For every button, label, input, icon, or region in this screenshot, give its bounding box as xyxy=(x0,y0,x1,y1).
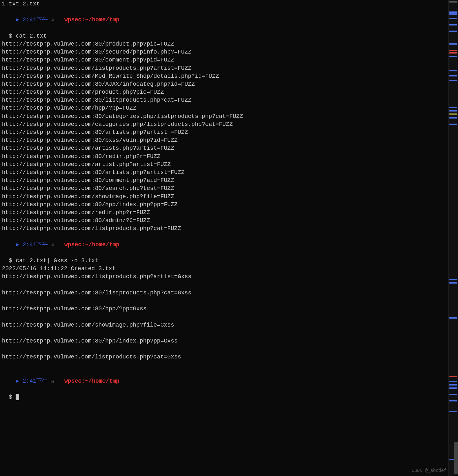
prompt-line: ▶ 2:41下午 ☠ wpsec:~/home/tmp xyxy=(2,8,445,32)
output-line: http://testphp.vulnweb.com:80/AJAX/infoc… xyxy=(2,80,445,88)
minimap-marker xyxy=(449,18,457,19)
prompt-time: 2:41下午 xyxy=(23,17,48,23)
output-line xyxy=(2,345,445,353)
minimap-marker xyxy=(449,80,457,81)
minimap-marker xyxy=(449,24,457,25)
minimap-marker xyxy=(449,282,457,284)
prompt-arrow-icon: ▶ xyxy=(16,378,23,384)
output-line: http://testphp.vulnweb.com/listproducts.… xyxy=(2,353,445,361)
output-line: http://testphp.vulnweb.com:80/listproduc… xyxy=(2,289,445,297)
output-line: 2022/05/16 14:41:22 Created 3.txt xyxy=(2,265,445,273)
output-line xyxy=(2,361,445,369)
skull-icon: ☠ xyxy=(51,18,54,23)
minimap-marker xyxy=(449,376,457,377)
minimap-marker xyxy=(449,381,457,382)
minimap-marker xyxy=(449,117,457,119)
watermark-text: CSDN @_abcdef xyxy=(412,468,447,474)
command-text: cat 2.txt| Gxss -o 3.txt xyxy=(16,257,98,264)
minimap-marker xyxy=(449,113,457,115)
minimap-marker xyxy=(449,394,457,395)
output-line: http://testphp.vulnweb.com:80/hpp/index.… xyxy=(2,201,445,209)
output-line: http://testphp.vulnweb.com/hpp/?pp=FUZZ xyxy=(2,104,445,112)
output-line: http://testphp.vulnweb.com/listproducts.… xyxy=(2,64,445,72)
minimap-marker xyxy=(449,279,457,280)
output-line: http://testphp.vulnweb.com/artists.php?a… xyxy=(2,144,445,152)
minimap-marker xyxy=(449,43,457,45)
output-line: http://testphp.vulnweb.com/showimage.php… xyxy=(2,193,445,201)
minimap-marker xyxy=(449,107,457,108)
minimap-scrollbar[interactable] xyxy=(448,0,458,476)
output-line: http://testphp.vulnweb.com:80/hpp/index.… xyxy=(2,337,445,345)
output-line: http://testphp.vulnweb.com:80/comment.ph… xyxy=(2,177,445,184)
output-line: http://testphp.vulnweb.com/listproducts.… xyxy=(2,225,445,233)
output-line: http://testphp.vulnweb.com/artist.php?ar… xyxy=(2,161,445,169)
command-line[interactable]: $ cat 2.txt xyxy=(2,32,445,40)
output-line: http://testphp.vulnweb.com:80/admin/?C=F… xyxy=(2,217,445,225)
output-line: http://testphp.vulnweb.com:80/comment.ph… xyxy=(2,56,445,64)
output-line: http://testphp.vulnweb.com:80/secured/ph… xyxy=(2,48,445,56)
minimap-marker xyxy=(449,13,457,15)
output-line: http://testphp.vulnweb.com:80/listproduc… xyxy=(2,96,445,104)
output-line: http://testphp.vulnweb.com/listproducts.… xyxy=(2,273,445,281)
dollar-sign: $ xyxy=(9,33,12,39)
minimap-marker xyxy=(449,411,457,412)
output-line: http://testphp.vulnweb.com:80/product.ph… xyxy=(2,40,445,48)
minimap-marker xyxy=(449,50,457,51)
minimap-marker xyxy=(449,31,457,32)
minimap-marker xyxy=(449,1,457,3)
partial-top-line: 1.txt 2.txt xyxy=(2,0,445,8)
output-line: http://testphp.vulnweb.com:80/search.php… xyxy=(2,184,445,192)
output-line xyxy=(2,281,445,289)
minimap-marker xyxy=(449,110,457,112)
skull-icon: ☠ xyxy=(51,379,54,384)
minimap-marker xyxy=(449,124,457,125)
prompt-line: ▶ 2:41下午 ☠ wpsec:~/home/tmp xyxy=(2,369,445,393)
minimap-marker xyxy=(449,317,457,319)
dollar-sign: $ xyxy=(9,257,12,264)
minimap-marker xyxy=(449,70,457,71)
output-line: http://testphp.vulnweb.com/categories.ph… xyxy=(2,120,445,128)
skull-icon: ☠ xyxy=(51,242,54,248)
dollar-sign: $ xyxy=(9,394,12,400)
minimap-marker xyxy=(449,387,457,389)
prompt-time: 2:41下午 xyxy=(23,242,48,248)
minimap-marker xyxy=(449,52,457,54)
output-line: http://testphp.vulnweb.com/product.php?p… xyxy=(2,88,445,96)
prompt-arrow-icon: ▶ xyxy=(16,17,23,23)
prompt-path: wpsec:~/home/tmp xyxy=(64,378,120,384)
minimap-marker xyxy=(449,400,457,401)
command-text: cat 2.txt xyxy=(16,33,47,39)
minimap-marker xyxy=(449,11,457,13)
output-line: http://testphp.vulnweb.com:80/categories… xyxy=(2,112,445,120)
cursor-block xyxy=(16,394,19,400)
prompt-arrow-icon: ▶ xyxy=(16,242,23,248)
output-line xyxy=(2,313,445,321)
output-line: http://testphp.vulnweb.com/Mod_Rewrite_S… xyxy=(2,72,445,80)
minimap-marker xyxy=(449,75,457,76)
output-line: http://testphp.vulnweb.com/redir.php?r=F… xyxy=(2,209,445,217)
command-line[interactable]: $ cat 2.txt| Gxss -o 3.txt xyxy=(2,257,445,265)
output-line: http://testphp.vulnweb.com:80/hpp/?pp=Gx… xyxy=(2,305,445,313)
prompt-path: wpsec:~/home/tmp xyxy=(64,242,120,248)
prompt-time: 2:41下午 xyxy=(23,378,48,384)
minimap-marker xyxy=(449,384,457,386)
output-line: http://testphp.vulnweb.com:80/artists.ph… xyxy=(2,169,445,177)
output-line: http://testphp.vulnweb.com:80/redir.php?… xyxy=(2,153,445,161)
output-line: http://testphp.vulnweb.com:80/artists.ph… xyxy=(2,128,445,136)
output-line xyxy=(2,297,445,305)
output-line: http://testphp.vulnweb.com/showimage.php… xyxy=(2,321,445,329)
minimap-marker xyxy=(449,56,457,57)
command-line[interactable]: $ xyxy=(2,393,445,401)
scrollbar-thumb[interactable] xyxy=(454,442,458,474)
prompt-line: ▶ 2:41下午 ☠ wpsec:~/home/tmp xyxy=(2,233,445,257)
output-line xyxy=(2,329,445,337)
terminal-viewport[interactable]: 1.txt 2.txt ▶ 2:41下午 ☠ wpsec:~/home/tmp … xyxy=(0,0,447,401)
prompt-path: wpsec:~/home/tmp xyxy=(64,17,120,23)
output-line: http://testphp.vulnweb.com:80/bxss/vuln.… xyxy=(2,136,445,144)
